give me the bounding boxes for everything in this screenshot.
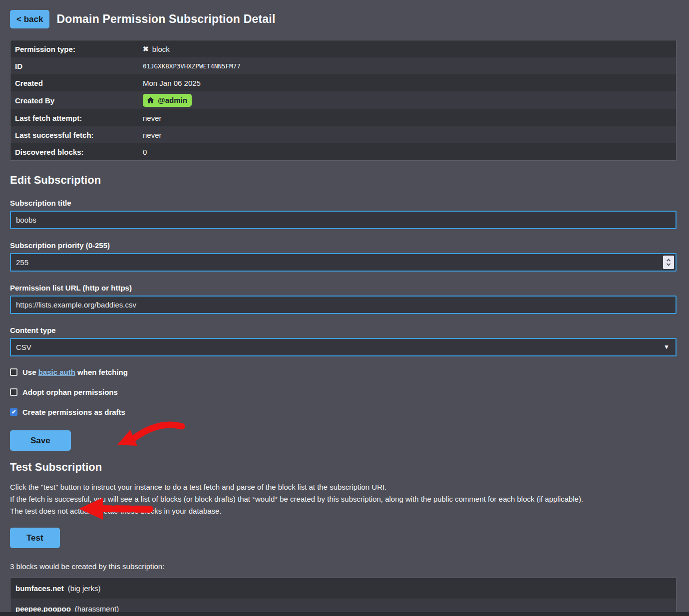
domain-permission-subscription-detail-page: < back Domain Permission Subscription De…	[0, 0, 689, 616]
basic-auth-checkbox[interactable]	[10, 368, 17, 376]
last-fetch-attempt-value: never	[143, 114, 162, 122]
number-spinner[interactable]	[663, 256, 674, 269]
discovered-blocks-value: 0	[143, 148, 147, 156]
basic-auth-checkbox-row: Use basic auth when fetching	[10, 368, 677, 376]
content-type-select[interactable]: CSV	[10, 338, 677, 356]
permission-type-value: block	[152, 45, 170, 53]
table-row: Created By @admin	[10, 91, 676, 109]
back-button[interactable]: < back	[10, 10, 49, 28]
test-result-summary: 3 blocks would be created by this subscr…	[10, 562, 677, 571]
row-value: ✖ block	[143, 45, 170, 53]
row-value: @admin	[143, 94, 192, 107]
block-comment: (big jerks)	[68, 584, 101, 593]
created-by-username: @admin	[158, 96, 187, 104]
table-row: Last fetch attempt: never	[10, 109, 676, 126]
created-by-badge[interactable]: @admin	[143, 94, 192, 107]
subscription-id-value: 01JGXK8XP3VHXZPWET4NN5FM77	[143, 62, 241, 70]
page-header: < back Domain Permission Subscription De…	[10, 10, 677, 28]
table-row: ID 01JGXK8XP3VHXZPWET4NN5FM77	[10, 57, 676, 74]
table-row: Created Mon Jan 06 2025	[10, 74, 676, 91]
row-label: Last fetch attempt:	[10, 114, 143, 122]
create-drafts-checkbox-row: ✔ Create permissions as drafts	[10, 408, 677, 416]
content-type-label: Content type	[10, 326, 677, 334]
basic-auth-link[interactable]: basic auth	[38, 368, 75, 376]
checkmark-icon: ✔	[11, 409, 16, 415]
page-title: Domain Permission Subscription Detail	[56, 12, 275, 26]
last-successful-fetch-value: never	[143, 131, 162, 139]
row-label: Created	[10, 79, 143, 87]
save-button[interactable]: Save	[10, 430, 71, 451]
test-description: Click the "test" button to instruct your…	[10, 481, 677, 517]
subscription-info-table: Permission type: ✖ block ID 01JGXK8XP3VH…	[10, 40, 677, 161]
test-button[interactable]: Test	[10, 528, 60, 548]
create-drafts-checkbox[interactable]: ✔	[10, 408, 17, 416]
subscription-priority-label: Subscription priority (0-255)	[10, 241, 677, 250]
checkbox-label: Use basic auth when fetching	[22, 368, 128, 376]
content-type-selected-value: CSV	[16, 343, 31, 351]
subscription-title-label: Subscription title	[10, 199, 677, 207]
permission-list-url-label: Permission list URL (http or https)	[10, 284, 677, 292]
checkbox-label: Create permissions as drafts	[22, 408, 125, 416]
subscription-priority-input[interactable]	[10, 253, 677, 272]
row-label: ID	[10, 62, 143, 70]
test-blocks-list: bumfaces.net (big jerks) peepee.poopoo (…	[10, 578, 677, 616]
subscription-title-input[interactable]	[10, 211, 677, 229]
table-row: Discovered blocks: 0	[10, 143, 676, 160]
list-item: bumfaces.net (big jerks)	[10, 578, 676, 599]
edit-subscription-heading: Edit Subscription	[10, 174, 677, 187]
table-row: Last successful fetch: never	[10, 126, 676, 143]
row-label: Last successful fetch:	[10, 131, 143, 139]
test-subscription-heading: Test Subscription	[10, 461, 677, 474]
checkbox-label: Adopt orphan permissions	[22, 388, 118, 396]
row-label: Created By	[10, 96, 143, 105]
adopt-orphans-checkbox-row: Adopt orphan permissions	[10, 388, 677, 396]
row-label: Discovered blocks:	[10, 148, 143, 156]
table-row: Permission type: ✖ block	[10, 40, 676, 57]
created-date-value: Mon Jan 06 2025	[143, 79, 201, 87]
permission-list-url-input[interactable]	[10, 296, 677, 314]
home-icon	[147, 97, 154, 104]
adopt-orphans-checkbox[interactable]	[10, 388, 17, 396]
block-domain: bumfaces.net	[15, 584, 64, 593]
page-bottom-bar	[0, 612, 689, 616]
block-x-icon: ✖	[143, 45, 149, 53]
row-label: Permission type:	[10, 45, 143, 53]
spinner-down-icon[interactable]	[667, 262, 671, 266]
